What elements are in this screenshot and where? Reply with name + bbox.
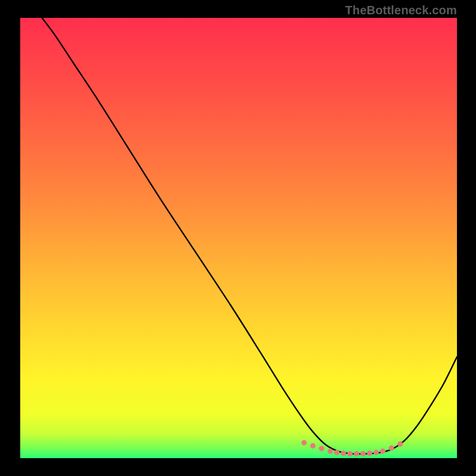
trough-dot [397,441,403,447]
trough-dot [341,450,346,456]
trough-dot [361,451,366,456]
plot-area [20,18,457,458]
trough-markers [302,440,403,457]
trough-dot [380,449,386,454]
trough-dot [347,451,353,456]
trough-dot [374,450,379,455]
trough-dot [334,450,340,455]
curve-layer [20,18,457,458]
trough-dot [319,446,324,451]
chart-container: TheBottleneck.com [0,0,476,476]
bottleneck-curve [42,18,457,454]
trough-dot [302,440,307,446]
trough-dot [367,450,372,456]
watermark-text: TheBottleneck.com [345,4,457,17]
trough-dot [354,451,359,456]
trough-dot [310,443,315,449]
trough-dot [328,449,333,454]
trough-dot [389,445,394,450]
